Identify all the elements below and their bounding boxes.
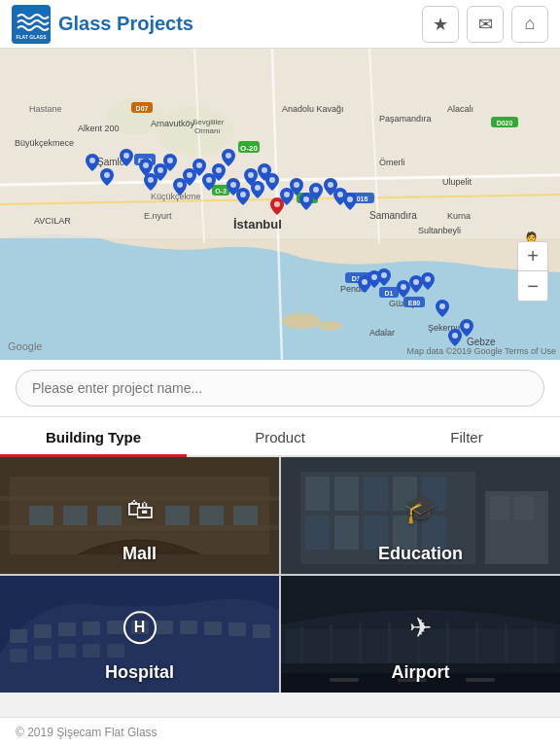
svg-text:Sultanbeyli: Sultanbeyli bbox=[418, 226, 461, 235]
svg-text:O-20: O-20 bbox=[240, 144, 258, 153]
svg-text:E80: E80 bbox=[138, 157, 153, 165]
svg-rect-7 bbox=[0, 49, 560, 238]
building-type-grid: 🛍 Mall bbox=[0, 457, 560, 693]
tab-product[interactable]: Product bbox=[187, 417, 373, 455]
header-left: FLAT GLASS Glass Projects bbox=[12, 5, 193, 44]
svg-text:D07: D07 bbox=[136, 105, 149, 112]
map-zoom-controls: + − bbox=[517, 241, 548, 302]
svg-text:İstanbul: İstanbul bbox=[233, 217, 282, 231]
star-icon: ★ bbox=[433, 14, 448, 35]
svg-text:O-6: O-6 bbox=[301, 196, 313, 202]
favorite-button[interactable]: ★ bbox=[422, 6, 459, 43]
grid-item-education[interactable]: 🎓 Education bbox=[281, 457, 560, 574]
mall-icon: 🛍 bbox=[126, 493, 154, 525]
google-logo: Google bbox=[8, 340, 42, 352]
svg-text:Şekerpınar: Şekerpınar bbox=[428, 323, 471, 333]
svg-text:FLAT GLASS: FLAT GLASS bbox=[16, 34, 47, 40]
zoom-out-button[interactable]: − bbox=[518, 271, 547, 301]
svg-text:Küçükçekme: Küçükçekme bbox=[151, 192, 201, 201]
education-icon: 🎓 bbox=[403, 493, 438, 525]
education-label: Education bbox=[281, 544, 560, 564]
svg-text:O-3: O-3 bbox=[215, 188, 227, 195]
svg-text:Adalar: Adalar bbox=[369, 328, 395, 338]
svg-text:Pendik: Pendik bbox=[340, 284, 368, 294]
hospital-icon: H bbox=[123, 611, 157, 644]
header: FLAT GLASS Glass Projects ★ ✉ ⌂ bbox=[0, 0, 560, 49]
grid-item-hospital[interactable]: H Hospital bbox=[0, 576, 279, 693]
map[interactable]: Hastane Büyükçekmece AVCILAR Küçükçekme … bbox=[0, 49, 560, 360]
svg-text:Kurna: Kurna bbox=[447, 211, 471, 221]
svg-text:Alacalı: Alacalı bbox=[447, 104, 473, 114]
svg-text:Paşamandıra: Paşamandıra bbox=[379, 114, 432, 124]
footer-text: © 2019 Şişecam Flat Glass bbox=[16, 726, 158, 739]
svg-text:E80: E80 bbox=[408, 300, 421, 306]
search-input[interactable] bbox=[16, 370, 544, 407]
svg-text:Ormanı: Ormanı bbox=[194, 126, 221, 135]
footer: © 2019 Şişecam Flat Glass bbox=[0, 717, 560, 747]
svg-text:Samandıra: Samandıra bbox=[369, 210, 417, 221]
svg-text:E.nyurt: E.nyurt bbox=[144, 211, 172, 221]
svg-text:D020: D020 bbox=[497, 120, 513, 126]
svg-text:D1: D1 bbox=[385, 290, 394, 297]
map-attribution: Map data ©2019 Google Terms of Use bbox=[406, 346, 556, 356]
svg-text:Ulupelit: Ulupelit bbox=[442, 177, 472, 187]
svg-text:Hastane: Hastane bbox=[29, 104, 62, 114]
tab-building-type[interactable]: Building Type bbox=[0, 417, 187, 455]
airport-icon: ✈ bbox=[409, 612, 432, 644]
sisecam-logo: FLAT GLASS bbox=[12, 5, 51, 44]
mail-button[interactable]: ✉ bbox=[467, 6, 504, 43]
mall-label: Mall bbox=[0, 544, 279, 564]
svg-point-3 bbox=[282, 313, 321, 329]
svg-text:Şamlor: Şamlor bbox=[97, 157, 128, 167]
svg-text:Arnavutköy: Arnavutköy bbox=[151, 119, 195, 128]
airport-label: Airport bbox=[281, 662, 560, 683]
map-background: Hastane Büyükçekmece AVCILAR Küçükçekme … bbox=[0, 49, 560, 360]
svg-text:D016: D016 bbox=[352, 196, 368, 202]
svg-text:D100: D100 bbox=[352, 275, 368, 282]
tab-filter[interactable]: Filter bbox=[373, 417, 560, 455]
svg-text:AVCILAR: AVCILAR bbox=[34, 216, 71, 226]
hospital-label: Hospital bbox=[0, 662, 279, 683]
app-title: Glass Projects bbox=[58, 13, 193, 35]
svg-text:Anadolu Kavağı: Anadolu Kavağı bbox=[282, 104, 344, 114]
home-button[interactable]: ⌂ bbox=[511, 6, 548, 43]
svg-text:Ömerli: Ömerli bbox=[379, 158, 405, 167]
svg-text:Büyükçekmece: Büyükçekmece bbox=[15, 138, 74, 148]
home-icon: ⌂ bbox=[525, 14, 536, 34]
grid-item-mall[interactable]: 🛍 Mall bbox=[0, 457, 279, 574]
mail-icon: ✉ bbox=[478, 14, 493, 35]
svg-text:Alkent 200: Alkent 200 bbox=[78, 124, 120, 133]
tabs: Building Type Product Filter bbox=[0, 417, 560, 457]
header-buttons: ★ ✉ ⌂ bbox=[422, 6, 548, 43]
svg-text:Sevgililer: Sevgililer bbox=[192, 118, 225, 126]
svg-point-4 bbox=[319, 321, 342, 331]
search-bar bbox=[0, 360, 560, 417]
zoom-in-button[interactable]: + bbox=[518, 242, 547, 271]
grid-item-airport[interactable]: ✈ Airport bbox=[281, 576, 560, 693]
